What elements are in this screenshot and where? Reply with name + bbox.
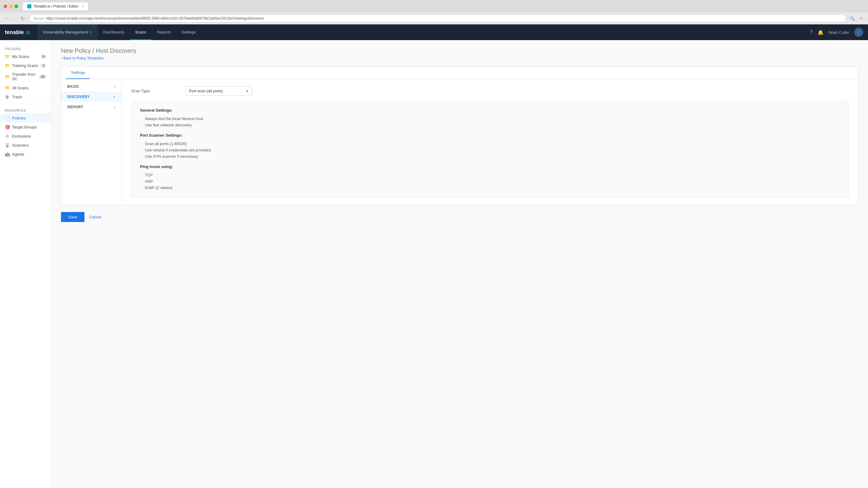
- settings-panel: Settings BASIC › DISCOVERY ✓ REPORT: [61, 66, 858, 205]
- notifications-icon[interactable]: 🔔: [817, 30, 824, 35]
- scanner-icon: 📡: [5, 143, 10, 148]
- folder-icon-training: 📁: [5, 63, 10, 68]
- port-scanner-title: Port Scanner Settings:: [140, 133, 840, 137]
- help-icon[interactable]: ?: [810, 30, 813, 35]
- app-body: Folders 📁 My Scans 5 📁 Training Scans 1 …: [0, 40, 868, 488]
- settings-nav-report-label: REPORT: [67, 105, 83, 109]
- settings-nav-basic[interactable]: BASIC ›: [61, 82, 121, 92]
- maximize-dot[interactable]: [14, 4, 18, 8]
- settings-nav-discovery[interactable]: DISCOVERY ✓: [61, 92, 121, 102]
- browser-addressbar: ‹ › ↻ Secure https://cloud.tenable.com/a…: [0, 13, 868, 24]
- training-scans-badge: 1: [41, 64, 46, 68]
- nav-dashboards-label: Dashboards: [103, 30, 124, 34]
- browser-chrome: Tenable.io / Policies / Editor × ‹ › ↻ S…: [0, 0, 868, 25]
- scan-type-row: Scan Type Host enumeration OS identifica…: [131, 86, 848, 96]
- transfer-sc-badge: 35: [39, 75, 46, 79]
- discovery-chevron-icon: ✓: [113, 95, 116, 99]
- user-avatar[interactable]: 👤: [854, 28, 863, 37]
- ping-hosts-item-2: ARP: [140, 178, 840, 185]
- port-scanner-item-3: Use SYN scanner if necessary: [140, 153, 840, 160]
- footer-actions: Save Cancel: [61, 212, 858, 229]
- page-title-part2: Host Discovery: [96, 47, 136, 54]
- nav-dashboards[interactable]: Dashboards: [98, 25, 130, 40]
- sidebar-item-policies[interactable]: 📄 Policies: [0, 113, 51, 123]
- scan-type-control: Host enumeration OS identification Port …: [186, 86, 306, 96]
- address-bar[interactable]: Secure https://cloud.tenable.com/app.htm…: [29, 14, 846, 22]
- scan-type-label: Scan Type: [131, 89, 186, 93]
- sidebar-item-trash[interactable]: 🗑 Trash: [0, 92, 51, 101]
- sidebar-exclusions-label: Exclusions: [12, 134, 31, 138]
- back-link-text: Back to Policy Templates: [63, 56, 103, 60]
- report-chevron-icon: ›: [114, 105, 115, 109]
- sidebar-item-agents[interactable]: 🤖 Agents: [0, 150, 51, 159]
- sidebar-item-transfer-sc[interactable]: 📁 Transfer from SC 35: [0, 70, 51, 83]
- my-scans-badge: 5: [41, 55, 46, 59]
- sidebar-item-exclusions[interactable]: ⊘ Exclusions: [0, 131, 51, 140]
- forward-button[interactable]: ›: [11, 15, 16, 22]
- search-icon[interactable]: 🔍: [849, 15, 855, 22]
- page-title-sep: /: [91, 47, 96, 54]
- page-title-part1: New Policy: [61, 47, 91, 54]
- sidebar-item-my-scans[interactable]: 📁 My Scans 5: [0, 52, 51, 61]
- policy-icon: 📄: [5, 116, 10, 120]
- app-logo[interactable]: tenable.io: [5, 29, 30, 36]
- scan-type-select[interactable]: Host enumeration OS identification Port …: [186, 86, 252, 96]
- secure-badge: Secure: [33, 17, 44, 20]
- tab-title: Tenable.io / Policies / Editor: [34, 4, 78, 8]
- browser-tab[interactable]: Tenable.io / Policies / Editor ×: [23, 2, 88, 10]
- exclude-icon: ⊘: [5, 134, 10, 138]
- nav-reports[interactable]: Reports: [152, 25, 176, 40]
- back-button[interactable]: ‹: [4, 15, 9, 22]
- folder-icon-transfer: 📁: [5, 74, 10, 79]
- nav-vulnerability-management[interactable]: Vulnerability Management ▼: [37, 25, 98, 40]
- logo-tenable: tenable: [5, 29, 24, 36]
- browser-actions: 🔍 ☆: [849, 15, 864, 22]
- app-nav: Vulnerability Management ▼ Dashboards Sc…: [37, 25, 810, 40]
- browser-dots: [4, 4, 18, 8]
- cancel-button[interactable]: Cancel: [89, 212, 101, 222]
- ping-hosts-title: Ping hosts using:: [140, 164, 840, 169]
- target-icon: 🎯: [5, 125, 10, 129]
- username-label: Noah Cutler: [829, 30, 849, 35]
- sidebar: Folders 📁 My Scans 5 📁 Training Scans 1 …: [0, 40, 51, 488]
- tab-settings[interactable]: Settings: [66, 67, 90, 79]
- bookmark-icon[interactable]: ☆: [858, 15, 864, 22]
- settings-nav-basic-label: BASIC: [67, 85, 80, 89]
- scan-type-select-wrapper: Host enumeration OS identification Port …: [186, 86, 252, 96]
- ping-hosts-item-3: ICMP (2 retries): [140, 185, 840, 191]
- back-arrow-icon: ‹: [61, 56, 62, 60]
- port-scanner-item-2: Use netstat if credentials are provided: [140, 147, 840, 153]
- logo-io: .io: [25, 29, 30, 36]
- sidebar-item-scanners[interactable]: 📡 Scanners: [0, 140, 51, 150]
- settings-nav-report[interactable]: REPORT ›: [61, 102, 121, 112]
- settings-sidebar: BASIC › DISCOVERY ✓ REPORT ›: [61, 79, 122, 204]
- sidebar-transfer-label: Transfer from SC: [12, 72, 37, 81]
- sidebar-item-training-scans[interactable]: 📁 Training Scans 1: [0, 61, 51, 70]
- sidebar-trash-label: Trash: [12, 95, 22, 99]
- sidebar-scanners-label: Scanners: [12, 143, 29, 148]
- nav-reports-label: Reports: [157, 30, 171, 34]
- nav-settings[interactable]: Settings: [176, 25, 201, 40]
- general-item-2: Use fast network discovery: [140, 122, 840, 128]
- tab-close-button[interactable]: ×: [82, 4, 84, 8]
- close-dot[interactable]: [4, 4, 7, 8]
- port-scanner-item-1: Scan all ports (1-65535): [140, 140, 840, 147]
- refresh-button[interactable]: ↻: [19, 15, 27, 22]
- back-to-templates-link[interactable]: ‹ Back to Policy Templates: [61, 56, 858, 60]
- save-button[interactable]: Save: [61, 212, 85, 222]
- sidebar-item-all-scans[interactable]: 📁 All Scans: [0, 83, 51, 92]
- sidebar-item-target-groups[interactable]: 🎯 Target Groups: [0, 123, 51, 131]
- tab-settings-label: Settings: [71, 70, 85, 75]
- url-text: https://cloud.tenable.com/app.html#/scan…: [46, 16, 264, 21]
- folders-section-label: Folders: [0, 45, 51, 52]
- nav-settings-label: Settings: [182, 30, 196, 34]
- resources-section-label: Resources: [0, 106, 51, 113]
- sidebar-my-scans-label: My Scans: [12, 54, 29, 59]
- nav-scans-label: Scans: [135, 30, 146, 34]
- sidebar-agents-label: Agents: [12, 152, 24, 157]
- nav-scans[interactable]: Scans: [130, 25, 152, 40]
- minimize-dot[interactable]: [9, 4, 13, 8]
- sidebar-policies-label: Policies: [12, 116, 26, 120]
- tab-favicon: [27, 4, 31, 8]
- discovery-info-box: General Settings: Always test the local …: [131, 102, 848, 197]
